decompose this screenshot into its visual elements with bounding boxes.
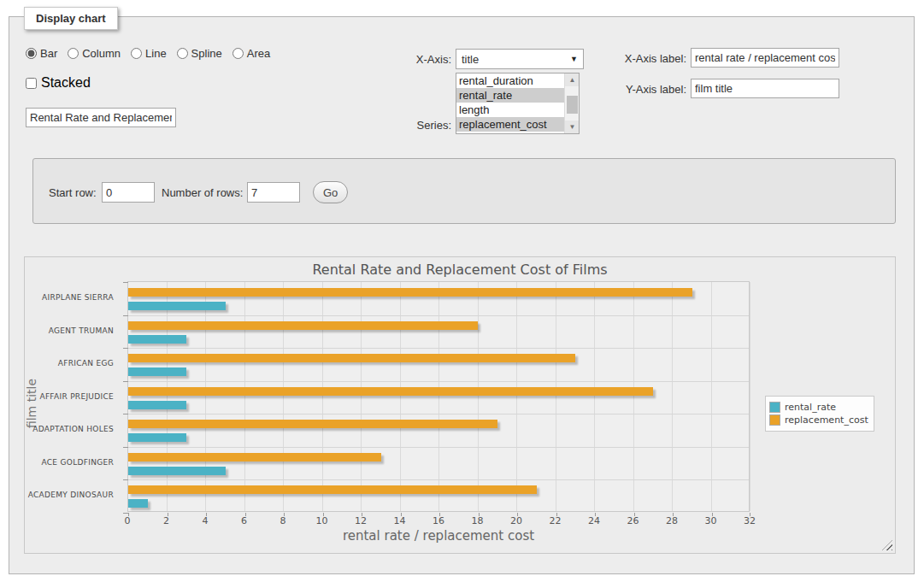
gridline-vertical <box>244 282 245 511</box>
chart-type-radio-bar[interactable] <box>26 48 37 59</box>
fieldset-legend: Display chart <box>24 7 118 30</box>
xaxis-tick-label: 0 <box>125 515 131 526</box>
gridline-vertical <box>438 282 439 511</box>
bar-rental_rate <box>128 499 148 508</box>
bar-replacement_cost <box>128 387 653 396</box>
series-list-label: Series: <box>368 119 451 132</box>
yaxis-tick-mark <box>123 479 128 480</box>
xaxis-tick-label: 22 <box>550 515 562 526</box>
start-row-input[interactable] <box>102 182 155 203</box>
xaxis-select[interactable]: title ▼ <box>456 49 584 69</box>
bar-rental_rate <box>128 335 186 344</box>
legend-item: rental_rate <box>769 402 868 413</box>
yaxis-tick-mark <box>123 381 128 382</box>
scroll-up-icon[interactable]: ▲ <box>565 73 580 86</box>
chart-xaxis-title: rental rate / replacement cost <box>127 528 750 544</box>
legend-swatch-rental_rate <box>769 402 780 413</box>
bar-replacement_cost <box>128 288 692 297</box>
gridline-vertical <box>283 282 284 511</box>
chart-type-label-bar[interactable]: Bar <box>40 47 57 60</box>
xaxis-select-label: X-Axis: <box>368 53 451 66</box>
yaxis-label-field-label: Y-Axis label: <box>614 83 686 96</box>
scroll-down-icon[interactable]: ▼ <box>565 121 580 133</box>
gridline-horizontal <box>128 479 749 480</box>
xaxis-tick-label: 14 <box>394 515 406 526</box>
category-label: ACADEMY DINOSAUR <box>25 479 121 512</box>
series-option-rental_rate[interactable]: rental_rate <box>456 88 579 103</box>
xaxis-label-field-label: X-Axis label: <box>614 52 686 65</box>
series-scrollbar[interactable]: ▲ ▼ <box>564 73 579 133</box>
category-label: AIRPLANE SIERRA <box>25 281 121 315</box>
stacked-label[interactable]: Stacked <box>41 75 91 91</box>
yaxis-tick-mark <box>123 447 128 448</box>
gridline-vertical <box>400 282 401 511</box>
bar-replacement_cost <box>128 420 497 428</box>
xaxis-label-input[interactable] <box>691 48 839 68</box>
xaxis-tick-label: 10 <box>316 515 328 526</box>
xaxis-tick-label: 20 <box>510 515 522 526</box>
chart-category-labels: AIRPLANE SIERRAAGENT TRUMANAFRICAN EGGAF… <box>25 281 121 512</box>
chart-type-label-area[interactable]: Area <box>247 47 270 60</box>
series-multiselect[interactable]: rental_durationrental_ratelengthreplacem… <box>456 73 580 134</box>
scrollbar-thumb[interactable] <box>567 96 578 114</box>
gridline-vertical <box>167 282 168 511</box>
chart-type-radio-spline[interactable] <box>177 48 188 59</box>
gridline-vertical <box>322 282 323 511</box>
category-label: ACE GOLDFINGER <box>25 446 121 479</box>
xaxis-tick-label: 18 <box>472 515 484 526</box>
chart-type-radio-column[interactable] <box>68 48 79 59</box>
xaxis-tick-label: 8 <box>280 515 286 526</box>
chart-type-label-column[interactable]: Column <box>82 47 121 60</box>
chart-type-label-line[interactable]: Line <box>145 47 167 60</box>
gridline-vertical <box>750 282 750 511</box>
number-of-rows-input[interactable] <box>247 182 300 203</box>
go-button[interactable]: Go <box>313 181 348 203</box>
gridline-vertical <box>672 282 673 511</box>
start-row-label: Start row: <box>49 186 97 199</box>
xaxis-tick-label: 16 <box>433 515 444 526</box>
chart-legend: rental_ratereplacement_cost <box>765 396 874 432</box>
chart-title-input[interactable] <box>26 108 176 127</box>
row-range-panel: Start row: Number of rows: Go <box>32 158 896 224</box>
gridline-vertical <box>594 282 595 511</box>
xaxis-tick-label: 30 <box>705 515 717 526</box>
bar-replacement_cost <box>128 453 381 461</box>
gridline-vertical <box>556 282 556 511</box>
chart-type-label-spline[interactable]: Spline <box>191 47 222 60</box>
chart-type-radio-group: BarColumnLineSplineArea <box>26 47 277 60</box>
xaxis-tick-label: 6 <box>241 515 247 526</box>
series-options: rental_durationrental_ratelengthreplacem… <box>456 73 579 132</box>
yaxis-tick-mark <box>123 348 128 349</box>
xaxis-tick-label: 24 <box>588 515 600 526</box>
gridline-horizontal <box>128 414 749 414</box>
gridline-horizontal <box>128 348 749 349</box>
xaxis-tick-label: 32 <box>744 515 756 526</box>
category-label: ADAPTATION HOLES <box>25 413 121 446</box>
bar-replacement_cost <box>128 321 478 330</box>
xaxis-selected-value: title <box>462 53 479 66</box>
xaxis-tick-label: 2 <box>163 515 169 526</box>
chart-type-radio-line[interactable] <box>131 48 142 59</box>
bar-replacement_cost <box>128 485 537 494</box>
gridline-vertical <box>516 282 517 511</box>
gridline-vertical <box>633 282 634 511</box>
yaxis-tick-mark <box>123 282 128 283</box>
chart-xaxis-ticks: 02468101214161820222426283032 <box>127 515 750 527</box>
series-option-length[interactable]: length <box>456 103 579 117</box>
series-option-rental_duration[interactable]: rental_duration <box>456 73 579 88</box>
bar-rental_rate <box>128 367 186 376</box>
category-label: AFRICAN EGG <box>25 347 121 380</box>
yaxis-label-input[interactable] <box>691 79 839 98</box>
gridline-vertical <box>478 282 479 511</box>
legend-item: replacement_cost <box>769 414 868 426</box>
gridline-vertical <box>361 282 362 511</box>
series-option-replacement_cost[interactable]: replacement_cost <box>456 117 579 132</box>
chart-title: Rental Rate and Replacement Cost of Film… <box>25 262 895 278</box>
category-label: AGENT TRUMAN <box>25 315 121 348</box>
resize-grip-icon[interactable] <box>882 540 892 550</box>
gridline-vertical <box>711 282 712 511</box>
bar-rental_rate <box>128 433 186 442</box>
stacked-checkbox[interactable] <box>26 78 37 89</box>
dropdown-arrow-icon: ▼ <box>570 55 578 63</box>
chart-type-radio-area[interactable] <box>232 48 244 59</box>
